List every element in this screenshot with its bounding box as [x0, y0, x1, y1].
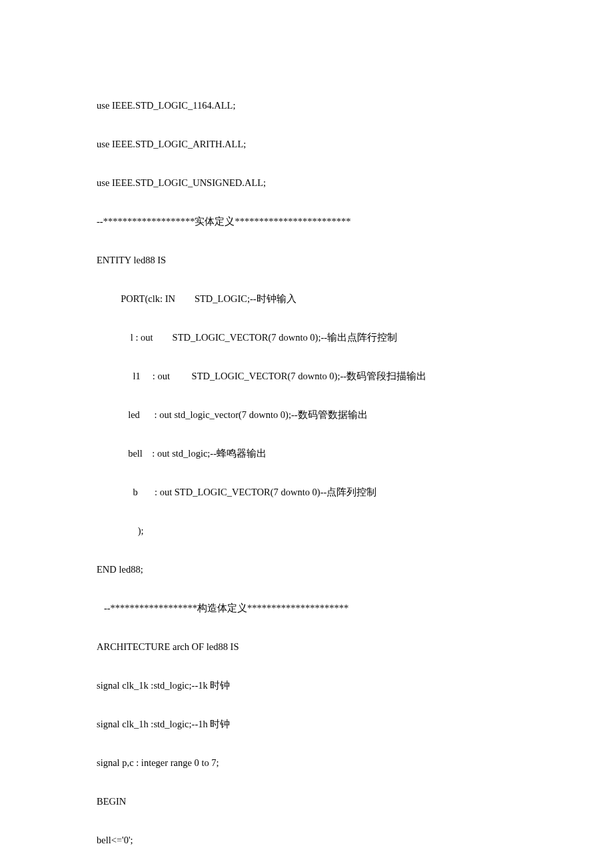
code-line: --*******************实体定义***************…	[97, 212, 516, 231]
code-line: l1 : out STD_LOGIC_VECTOR(7 downto 0);--…	[97, 367, 516, 386]
code-line: use IEEE.STD_LOGIC_ARITH.ALL;	[97, 135, 516, 154]
code-line: signal clk_1h :std_logic;--1h 时钟	[97, 715, 516, 734]
code-line: );	[97, 521, 516, 541]
code-line: ARCHITECTURE arch OF led88 IS	[97, 637, 516, 657]
code-line: use IEEE.STD_LOGIC_UNSIGNED.ALL;	[97, 173, 516, 193]
code-line: bell : out std_logic;--蜂鸣器输出	[97, 444, 516, 463]
code-line: b : out STD_LOGIC_VECTOR(7 downto 0)--点阵…	[97, 483, 516, 502]
document-page: use IEEE.STD_LOGIC_1164.ALL; use IEEE.ST…	[0, 0, 613, 868]
code-line: bell<='0';	[97, 831, 516, 850]
code-line: PORT(clk: IN STD_LOGIC;--时钟输入	[97, 289, 516, 309]
code-line: led : out std_logic_vector(7 downto 0);-…	[97, 405, 516, 425]
code-line: l : out STD_LOGIC_VECTOR(7 downto 0);--输…	[97, 328, 516, 347]
code-line: END led88;	[97, 560, 516, 579]
code-line: signal clk_1k :std_logic;--1k 时钟	[97, 676, 516, 695]
code-line: use IEEE.STD_LOGIC_1164.ALL;	[97, 96, 516, 115]
code-line: signal p,c : integer range 0 to 7;	[97, 753, 516, 773]
code-line: BEGIN	[97, 792, 516, 811]
code-line: ENTITY led88 IS	[97, 251, 516, 270]
code-line: --******************构造体定义***************…	[97, 599, 516, 618]
